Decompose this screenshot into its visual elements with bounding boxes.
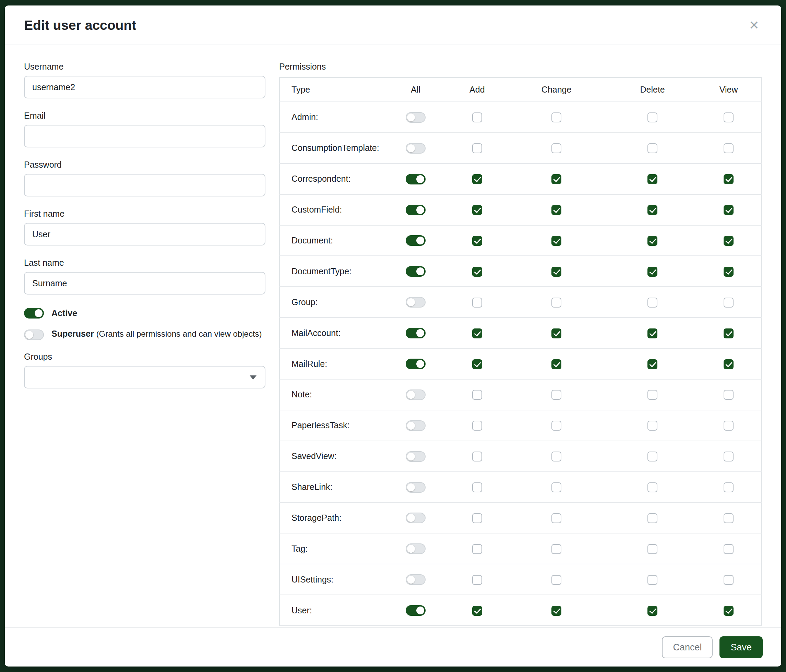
perm-mailaccount-view-checkbox[interactable] bbox=[723, 328, 734, 338]
perm-tag-change-checkbox[interactable] bbox=[552, 544, 561, 554]
active-toggle[interactable] bbox=[24, 308, 44, 319]
perm-admin-all-toggle[interactable] bbox=[406, 112, 426, 123]
perm-user-change-checkbox[interactable] bbox=[552, 606, 561, 616]
perm-document-change-checkbox[interactable] bbox=[552, 236, 561, 246]
perm-customfield-all-toggle[interactable] bbox=[406, 205, 426, 215]
perm-consumptiontemplate-delete-checkbox[interactable] bbox=[648, 143, 657, 153]
perm-storagepath-delete-checkbox[interactable] bbox=[648, 513, 657, 523]
perm-mailrule-all-toggle[interactable] bbox=[406, 359, 426, 369]
perm-correspondent-all-toggle[interactable] bbox=[406, 174, 426, 184]
save-button[interactable]: Save bbox=[720, 636, 763, 658]
perm-uisettings-view-checkbox[interactable] bbox=[723, 575, 734, 585]
perm-uisettings-delete-checkbox[interactable] bbox=[648, 575, 657, 585]
perm-admin-add-checkbox[interactable] bbox=[472, 113, 482, 122]
perm-mailrule-add-checkbox[interactable] bbox=[472, 359, 482, 369]
perm-customfield-delete-checkbox[interactable] bbox=[648, 205, 657, 215]
last-name-input[interactable] bbox=[24, 272, 266, 295]
perm-document-add-checkbox[interactable] bbox=[472, 236, 482, 246]
perm-sharelink-change-checkbox[interactable] bbox=[552, 482, 561, 492]
perm-group-add-checkbox[interactable] bbox=[472, 298, 482, 308]
perm-note-view-checkbox[interactable] bbox=[723, 390, 734, 400]
perm-row-note: Note: bbox=[280, 379, 762, 410]
perm-documenttype-delete-checkbox[interactable] bbox=[648, 267, 657, 277]
perm-user-delete-checkbox[interactable] bbox=[648, 606, 657, 616]
perm-group-change-checkbox[interactable] bbox=[552, 298, 561, 308]
perm-tag-view-checkbox[interactable] bbox=[723, 544, 734, 554]
perm-admin-change-checkbox[interactable] bbox=[552, 113, 561, 122]
perm-correspondent-view-checkbox[interactable] bbox=[723, 174, 734, 184]
perm-admin-delete-checkbox[interactable] bbox=[648, 113, 657, 122]
perm-paperlesstask-view-checkbox[interactable] bbox=[723, 421, 734, 431]
cancel-button[interactable]: Cancel bbox=[662, 636, 713, 658]
perm-storagepath-all-toggle[interactable] bbox=[406, 513, 426, 523]
groups-select[interactable] bbox=[24, 366, 266, 388]
perm-mailaccount-add-checkbox[interactable] bbox=[472, 328, 482, 338]
perm-paperlesstask-change-checkbox[interactable] bbox=[552, 421, 561, 431]
perm-group-all-toggle[interactable] bbox=[406, 297, 426, 308]
perm-sharelink-add-checkbox[interactable] bbox=[472, 482, 482, 492]
email-input[interactable] bbox=[24, 125, 266, 148]
perm-storagepath-view-checkbox[interactable] bbox=[723, 513, 734, 523]
perm-uisettings-change-checkbox[interactable] bbox=[552, 575, 561, 585]
perm-storagepath-add-checkbox[interactable] bbox=[472, 513, 482, 523]
perm-correspondent-add-checkbox[interactable] bbox=[472, 174, 482, 184]
modal-body: Username Email Password First name Last bbox=[5, 45, 781, 627]
perm-document-all-toggle[interactable] bbox=[406, 235, 426, 246]
perm-mailaccount-delete-checkbox[interactable] bbox=[648, 328, 657, 338]
perm-note-change-checkbox[interactable] bbox=[552, 390, 561, 400]
perm-tag-delete-checkbox[interactable] bbox=[648, 544, 657, 554]
perm-type-label-note: Note: bbox=[280, 379, 380, 410]
perm-documenttype-add-checkbox[interactable] bbox=[472, 267, 482, 277]
perm-note-delete-checkbox[interactable] bbox=[648, 390, 657, 400]
perm-consumptiontemplate-change-checkbox[interactable] bbox=[552, 143, 561, 153]
perm-correspondent-change-checkbox[interactable] bbox=[552, 174, 561, 184]
perm-user-add-checkbox[interactable] bbox=[472, 606, 482, 616]
perm-savedview-add-checkbox[interactable] bbox=[472, 452, 482, 462]
perm-paperlesstask-all-toggle[interactable] bbox=[406, 420, 426, 431]
perm-savedview-delete-checkbox[interactable] bbox=[648, 452, 657, 462]
perm-mailrule-change-checkbox[interactable] bbox=[552, 359, 561, 369]
perm-customfield-add-checkbox[interactable] bbox=[472, 205, 482, 215]
perm-savedview-view-checkbox[interactable] bbox=[723, 452, 734, 462]
perm-mailaccount-change-checkbox[interactable] bbox=[552, 328, 561, 338]
perm-document-view-checkbox[interactable] bbox=[723, 236, 734, 246]
perm-admin-view-checkbox[interactable] bbox=[723, 113, 734, 122]
perm-tag-all-toggle[interactable] bbox=[406, 543, 426, 554]
password-input[interactable] bbox=[24, 174, 266, 196]
perm-savedview-all-toggle[interactable] bbox=[406, 451, 426, 462]
perm-customfield-view-checkbox[interactable] bbox=[723, 205, 734, 215]
perm-sharelink-all-toggle[interactable] bbox=[406, 482, 426, 493]
perm-uisettings-all-toggle[interactable] bbox=[406, 574, 426, 585]
perm-mailrule-delete-checkbox[interactable] bbox=[648, 359, 657, 369]
perm-uisettings-add-checkbox[interactable] bbox=[472, 575, 482, 585]
close-button[interactable]: ✕ bbox=[746, 17, 762, 34]
perm-customfield-change-checkbox[interactable] bbox=[552, 205, 561, 215]
perm-note-add-checkbox[interactable] bbox=[472, 390, 482, 400]
perm-paperlesstask-add-checkbox[interactable] bbox=[472, 421, 482, 431]
perm-mailrule-view-checkbox[interactable] bbox=[723, 359, 734, 369]
perm-documenttype-view-checkbox[interactable] bbox=[723, 267, 734, 277]
perm-tag-add-checkbox[interactable] bbox=[472, 544, 482, 554]
perm-consumptiontemplate-view-checkbox[interactable] bbox=[723, 143, 734, 153]
perm-group-view-checkbox[interactable] bbox=[723, 298, 734, 308]
perm-type-label-mailrule: MailRule: bbox=[280, 349, 380, 379]
perm-correspondent-delete-checkbox[interactable] bbox=[648, 174, 657, 184]
perm-documenttype-all-toggle[interactable] bbox=[406, 266, 426, 277]
perm-documenttype-change-checkbox[interactable] bbox=[552, 267, 561, 277]
perm-document-delete-checkbox[interactable] bbox=[648, 236, 657, 246]
perm-user-all-toggle[interactable] bbox=[406, 605, 426, 616]
perm-consumptiontemplate-add-checkbox[interactable] bbox=[472, 143, 482, 153]
perm-savedview-change-checkbox[interactable] bbox=[552, 452, 561, 462]
perm-note-all-toggle[interactable] bbox=[406, 389, 426, 400]
perm-storagepath-change-checkbox[interactable] bbox=[552, 513, 561, 523]
perm-consumptiontemplate-all-toggle[interactable] bbox=[406, 143, 426, 154]
username-input[interactable] bbox=[24, 76, 266, 98]
perm-group-delete-checkbox[interactable] bbox=[648, 298, 657, 308]
superuser-toggle[interactable] bbox=[24, 330, 44, 340]
perm-paperlesstask-delete-checkbox[interactable] bbox=[648, 421, 657, 431]
perm-sharelink-delete-checkbox[interactable] bbox=[648, 482, 657, 492]
first-name-input[interactable] bbox=[24, 223, 266, 245]
perm-user-view-checkbox[interactable] bbox=[723, 606, 734, 616]
perm-mailaccount-all-toggle[interactable] bbox=[406, 328, 426, 338]
perm-sharelink-view-checkbox[interactable] bbox=[723, 482, 734, 492]
